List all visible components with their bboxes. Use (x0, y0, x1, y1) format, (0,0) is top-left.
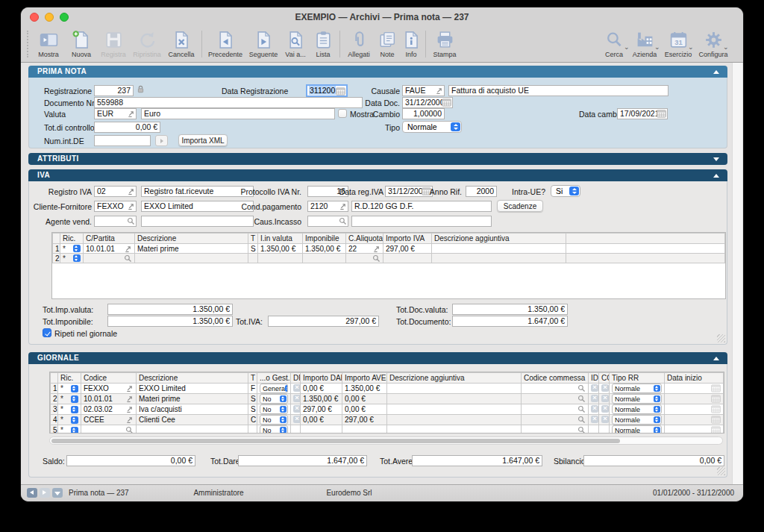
codice-cell[interactable]: 02.03.02 (81, 404, 137, 415)
toolbar-lista-button[interactable]: Lista (310, 29, 336, 58)
expand-icon[interactable] (713, 157, 719, 161)
i-in-valuta-cell[interactable] (258, 254, 303, 263)
descrizione-agg-cell[interactable] (432, 244, 566, 254)
cc-cell[interactable] (599, 425, 610, 434)
importo-dare-cell[interactable] (301, 425, 342, 434)
link-arrow-icon[interactable] (127, 202, 135, 210)
clear-icon[interactable] (293, 405, 301, 413)
codice-commessa-cell[interactable] (522, 394, 589, 404)
clear-icon[interactable] (591, 384, 598, 392)
codice-cell[interactable]: 10.01.01 (81, 394, 137, 404)
cc-cell[interactable] (599, 394, 610, 404)
data-inizio-cell[interactable] (665, 384, 724, 394)
anno-rif-field[interactable]: 2000 (466, 186, 497, 197)
ric-cell[interactable]: * (58, 404, 81, 415)
cc-cell[interactable] (599, 404, 610, 415)
search-icon[interactable] (577, 395, 586, 403)
codice-commessa-cell[interactable] (522, 415, 589, 425)
clear-icon[interactable] (601, 405, 609, 413)
descrizione-cell[interactable]: Materi prime (137, 394, 248, 404)
descrizione-agg-cell[interactable] (387, 394, 522, 404)
link-arrow-icon[interactable] (125, 416, 134, 424)
caus-incasso-code-field[interactable] (307, 216, 348, 227)
ric-cell[interactable]: * (58, 384, 81, 394)
descrizione-agg-cell[interactable] (387, 415, 522, 425)
search-icon[interactable] (125, 426, 134, 434)
toolbar-precedente-button[interactable]: Precedente (205, 29, 245, 58)
ric-cell[interactable]: * (58, 394, 81, 404)
nav-back-button[interactable] (27, 488, 37, 498)
gest-pa-popup[interactable]: No (260, 404, 288, 414)
collapse-icon[interactable] (713, 357, 719, 360)
toolbar-configura-button[interactable]: ⌄ Configura (695, 29, 731, 58)
clear-icon[interactable] (293, 416, 301, 423)
codice-cell[interactable]: FEXXO (81, 384, 137, 394)
calendar-icon[interactable] (657, 110, 666, 118)
data-cambio-field[interactable]: 17/09/2021 (617, 108, 668, 119)
id-cell[interactable] (589, 425, 599, 434)
codice-commessa-cell[interactable] (522, 404, 589, 415)
dp-cell[interactable] (291, 394, 301, 404)
importo-iva-cell[interactable] (383, 254, 432, 263)
toolbar-vai-a-button[interactable]: Vai a... (281, 29, 310, 58)
scrollbar-thumb[interactable] (51, 439, 620, 443)
codice-cell[interactable] (81, 425, 137, 434)
descrizione-cell[interactable] (137, 425, 248, 434)
cliente-code-field[interactable]: FEXXO (94, 201, 137, 212)
clear-icon[interactable] (591, 395, 598, 402)
toolbar-stampa-button[interactable]: Stampa (429, 29, 460, 58)
search-icon[interactable] (127, 217, 135, 225)
documento-nr-field[interactable]: 559988 (94, 97, 363, 108)
registro-iva-code-field[interactable]: 02 (94, 186, 137, 197)
importo-dare-cell[interactable]: 0,00 € (301, 415, 342, 425)
t-cell[interactable]: F (248, 384, 257, 394)
stepper-icon[interactable] (73, 254, 81, 262)
importo-avere-cell[interactable]: 0,00 € (342, 394, 387, 404)
search-icon[interactable] (124, 254, 132, 263)
tipo-rr-cell[interactable]: Normale (610, 384, 665, 394)
ripeti-nel-giornale-checkbox[interactable] (43, 328, 51, 337)
agente-code-field[interactable] (94, 216, 137, 227)
collapse-icon[interactable] (713, 174, 719, 178)
search-icon[interactable] (577, 384, 586, 392)
importo-avere-cell[interactable]: 1.350,00 € (342, 384, 387, 394)
aliquota-cell[interactable] (346, 254, 383, 263)
calendar-icon[interactable] (711, 426, 721, 434)
c-partita-cell[interactable]: 10.01.01 (84, 244, 135, 254)
descrizione-cell[interactable]: Materi prime (135, 244, 248, 254)
data-inizio-cell[interactable] (665, 394, 724, 404)
importo-dare-cell[interactable]: 297,00 € (301, 404, 342, 415)
search-icon[interactable] (372, 254, 381, 263)
toolbar-note-button[interactable]: Note (375, 29, 400, 58)
toolbar-esercizio-button[interactable]: 31⌄ Esercizio (661, 29, 695, 58)
tipo-rr-popup[interactable]: Normale (612, 425, 662, 434)
link-arrow-icon[interactable] (125, 405, 134, 413)
valuta-desc-field[interactable]: Euro (141, 108, 335, 119)
clear-icon[interactable] (293, 384, 301, 392)
dp-cell[interactable] (291, 384, 301, 394)
importo-iva-cell[interactable]: 297,00 € (383, 244, 432, 254)
causale-code-field[interactable]: FAUE (402, 85, 445, 96)
i-in-valuta-cell[interactable]: 1.350,00 € (258, 244, 303, 254)
dp-cell[interactable] (291, 415, 301, 425)
toolbar-allegati-button[interactable]: Allegati (343, 29, 375, 58)
dp-cell[interactable] (291, 425, 301, 434)
descrizione-agg-cell[interactable] (387, 404, 522, 415)
descrizione-cell[interactable]: Iva c/acquisti (137, 404, 248, 415)
descrizione-cell[interactable]: Clienti Cee (137, 415, 248, 425)
importo-dare-cell[interactable]: 0,00 € (301, 384, 342, 394)
registrazione-nr-field[interactable]: 237 (94, 85, 134, 96)
calendar-icon[interactable] (711, 405, 721, 413)
section-header-prima-nota[interactable]: PRIMA NOTA (28, 66, 727, 78)
tipo-rr-popup[interactable]: Normale (612, 394, 662, 404)
vertical-scrollbar[interactable] (732, 63, 742, 485)
data-doc-field[interactable]: 31/12/2000 (402, 97, 453, 108)
tipo-rr-popup[interactable]: Normale (612, 415, 662, 425)
stepper-icon[interactable] (71, 406, 78, 413)
t-cell[interactable] (248, 254, 258, 263)
tipo-rr-cell[interactable]: Normale (610, 394, 665, 404)
collapse-icon[interactable] (713, 70, 719, 74)
tipo-popup[interactable]: Normale (402, 121, 462, 133)
nav-menu-button[interactable] (52, 488, 63, 498)
t-cell[interactable]: C (248, 415, 257, 425)
